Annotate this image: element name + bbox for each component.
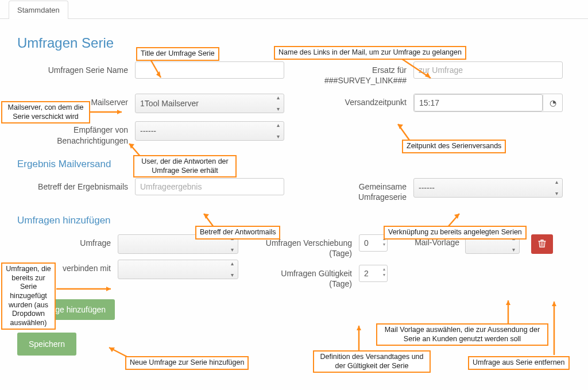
trash-icon [538,241,546,250]
annotation: Name des Links in der Mail, um zur Umfra… [274,46,466,60]
chevron-updown-icon: ▴▾ [231,258,234,281]
validity-input[interactable]: 2 ▴▾ [359,265,388,282]
chevron-updown-icon: ▴▾ [277,119,280,142]
serie-name-input[interactable] [135,61,284,79]
annotation: Definition des Versandtages und der Gült… [313,350,431,373]
section-title-result: Ergebnis Mailversand [17,159,571,170]
annotation: Neue Umfrage zur Serie hinzufügen [125,356,249,370]
connect-select[interactable]: ▴▾ [118,260,238,279]
section-title-add: Umfragen hinzufügen [17,215,571,226]
recipients-selected: ------ [140,126,156,136]
label-result-subject: Betreff der Ergebnismails [17,178,135,192]
annotation: Umfragen, die bereits zur Serie hinzugef… [1,262,56,330]
shared-series-selected: ------ [419,183,435,192]
mailserver-select[interactable]: 1Tool Mailserver ▴▾ [135,94,284,113]
label-survey: Umfrage [17,234,118,248]
result-subject-input[interactable] [135,178,284,195]
tab-stammdaten[interactable]: Stammdaten [9,1,68,19]
annotation: Verknüpfung zu bereits angelegten Serien [384,226,527,240]
shared-series-select[interactable]: ------ ▴▾ [413,178,563,198]
validity-value: 2 [364,269,369,278]
clock-button[interactable]: ◔ [543,95,562,111]
clock-icon: ◔ [550,98,556,107]
label-recipients: Empfänger von Benachrichtigungen [17,121,135,145]
replace-input[interactable] [413,61,563,79]
recipients-select[interactable]: ------ ▴▾ [135,121,284,141]
sendtime-input[interactable] [414,94,543,111]
annotation: Zeitpunkt des Serienversands [402,140,506,153]
label-replace: Ersatz für ###SURVEY_LINK### [322,61,413,86]
annotation: Betreff der Antwortmails [195,226,280,240]
annotation: Mail Vorlage auswählen, die zur Aussendu… [376,323,548,346]
annotation: Mailserver, con dem die Serie verschickt… [1,101,90,123]
remove-survey-button[interactable] [531,234,553,254]
spinner-icon: ▴▾ [383,267,385,278]
label-sendtime: Versandzeitpunkt [322,94,413,107]
annotation: User, der die Antworten der Umfrage Seri… [133,155,237,177]
label-shared-series: Gemeinsame Umfrageserie [310,178,413,202]
shift-value: 0 [364,238,369,248]
chevron-updown-icon: ▴▾ [555,176,558,199]
save-button[interactable]: Speichern [17,333,76,356]
chevron-updown-icon: ▴▾ [277,92,280,115]
annotation: Title der Umfrage Serie [136,47,219,61]
label-serie-name: Umfragen Serie Name [17,61,135,75]
mailserver-selected: 1Tool Mailserver [140,99,199,108]
annotation: Umfrage aus Serie entfernen [468,356,570,370]
label-validity: Umfragen Gültigkeit (Tage) [258,265,359,289]
